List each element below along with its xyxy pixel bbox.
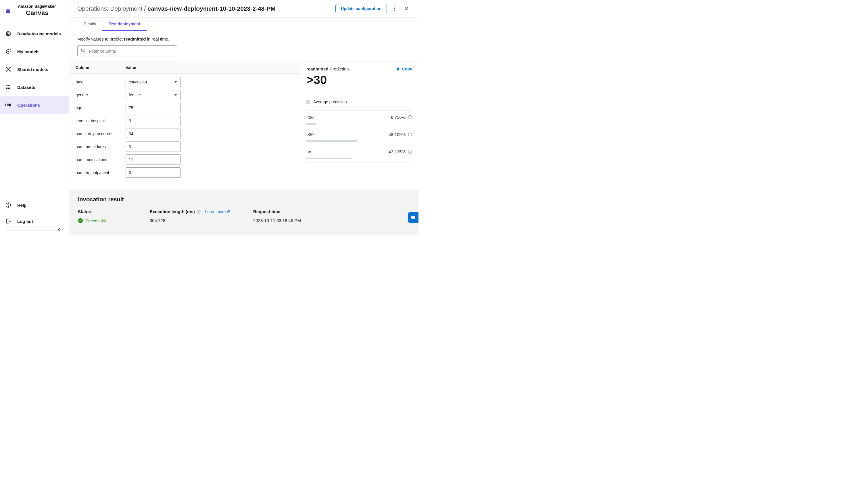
table-row: num_procedures: [76, 140, 294, 153]
product-suptitle: Amazon SageMaker: [18, 4, 69, 9]
more-actions-button[interactable]: [390, 4, 399, 13]
request-time-label: Request time: [253, 209, 301, 214]
value-select[interactable]: caucasian: [126, 77, 181, 87]
logout-icon: [5, 218, 12, 224]
value-input[interactable]: [126, 142, 181, 152]
kebab-icon: [394, 6, 395, 11]
sidebar-item-datasets[interactable]: Datasets: [0, 78, 69, 96]
table-row: num_lab_procedures: [76, 127, 294, 140]
table-header: Column Value: [70, 62, 300, 74]
column-header-column: Column: [76, 65, 126, 70]
prediction-panel: readmitted Prediction Copy >30 Average p…: [300, 61, 418, 190]
info-icon[interactable]: [196, 210, 201, 214]
update-configuration-button[interactable]: Update configuration: [335, 4, 387, 13]
value-input[interactable]: [126, 154, 181, 165]
column-label: age: [76, 105, 126, 110]
exec-length-label: Execution length (ms) Learn more: [150, 209, 236, 214]
sidebar-item-label: Ready-to-use models: [17, 31, 61, 36]
table-row: genderfemale: [76, 88, 294, 101]
prob-pct: 8.756%: [391, 115, 406, 120]
collapse-sidebar-button[interactable]: [57, 228, 61, 232]
close-button[interactable]: [402, 4, 411, 13]
breadcrumb: Operations: Deployment / canvas-new-depl…: [77, 5, 276, 12]
svg-rect-0: [6, 32, 10, 36]
sidebar-item-my-models[interactable]: My models: [0, 43, 69, 60]
info-icon[interactable]: [408, 132, 412, 137]
sidebar-item-label: Operations: [17, 103, 40, 108]
column-header-value: Value: [126, 65, 294, 70]
copy-icon: [396, 67, 400, 71]
close-icon: [404, 6, 408, 11]
list-icon: [5, 84, 12, 90]
table-row: number_outpatient: [76, 166, 294, 179]
target-icon: [5, 48, 12, 55]
prediction-value: >30: [306, 73, 412, 87]
sidebar-item-shared-models[interactable]: Shared models: [0, 60, 69, 78]
invocation-result: Invocation result Status Successful Exec…: [70, 190, 418, 235]
page-header: Operations: Deployment / canvas-new-depl…: [70, 0, 418, 17]
learn-more-link[interactable]: Learn more: [205, 209, 231, 214]
legend-swatch: [306, 100, 310, 104]
column-label: num_medications: [76, 157, 126, 162]
filter-columns-input[interactable]: [77, 45, 177, 56]
operations-icon: [5, 102, 12, 108]
status-value: Successful: [78, 218, 132, 223]
divider: [6, 230, 63, 231]
info-icon[interactable]: [408, 150, 412, 154]
sidebar-item-logout[interactable]: Log out: [0, 213, 69, 229]
prob-row: <308.756%: [306, 111, 412, 128]
columns-panel: Column Value racecaucasiangenderfemaleag…: [70, 61, 300, 190]
chat-fab[interactable]: [408, 212, 418, 223]
avg-prediction-legend: Average prediction: [306, 100, 412, 104]
search-icon: [81, 48, 85, 53]
sidebar-item-operations[interactable]: Operations: [0, 96, 69, 114]
prob-pct: 43.135%: [388, 149, 406, 154]
sidebar-item-help[interactable]: Help: [0, 197, 69, 213]
exec-length-value: 304.728: [150, 218, 236, 223]
svg-point-12: [8, 206, 9, 207]
tab-test-deployment[interactable]: Test deployment: [102, 17, 147, 31]
sidebar-item-label: Datasets: [17, 85, 35, 90]
chat-icon: [411, 215, 416, 220]
svg-point-9: [5, 104, 8, 106]
prob-bar: [306, 123, 316, 125]
svg-point-14: [394, 8, 395, 9]
deployment-name: canvas-new-deployment-10-10-2023-2-48-PM: [147, 5, 276, 12]
value-input[interactable]: [126, 116, 181, 126]
column-label: time_in_hospital: [76, 118, 126, 123]
sidebar-item-label: Log out: [17, 219, 33, 224]
request-time-value: 2023-10-11 03:18:45 PM: [253, 218, 301, 223]
copy-button[interactable]: Copy: [396, 67, 412, 71]
column-label: num_lab_procedures: [76, 131, 126, 136]
svg-point-3: [8, 51, 9, 52]
product-title: Canvas: [26, 9, 69, 17]
column-label: number_outpatient: [76, 170, 126, 175]
table-row: time_in_hospital: [76, 114, 294, 127]
svg-point-10: [8, 103, 11, 106]
prob-row: no43.135%: [306, 145, 412, 162]
value-select[interactable]: female: [126, 90, 181, 100]
main-panel: Operations: Deployment / canvas-new-depl…: [70, 0, 418, 235]
prob-bar: [306, 158, 352, 159]
sidebar-item-ready-models[interactable]: Ready-to-use models: [0, 25, 69, 43]
invocation-title: Invocation result: [78, 196, 410, 203]
prob-name: >30: [306, 132, 388, 137]
svg-point-15: [394, 10, 395, 11]
prob-pct: 48.109%: [388, 132, 406, 137]
chip-icon: [5, 30, 12, 37]
prob-name: no: [306, 149, 388, 154]
value-input[interactable]: [126, 167, 181, 178]
column-label: num_procedures: [76, 144, 126, 149]
tab-details[interactable]: Details: [77, 17, 102, 31]
sidebar-nav: Ready-to-use models My models Shared mod…: [0, 25, 69, 197]
filter-columns-search: [77, 45, 177, 56]
info-icon[interactable]: [408, 115, 412, 119]
svg-point-13: [394, 6, 395, 7]
value-input[interactable]: [126, 129, 181, 139]
network-icon: [5, 66, 12, 72]
prob-name: <30: [306, 115, 391, 120]
sidebar-item-label: Shared models: [17, 67, 48, 72]
table-row: age: [76, 101, 294, 114]
value-input[interactable]: [126, 103, 181, 113]
sidebar-item-label: Help: [17, 203, 27, 208]
